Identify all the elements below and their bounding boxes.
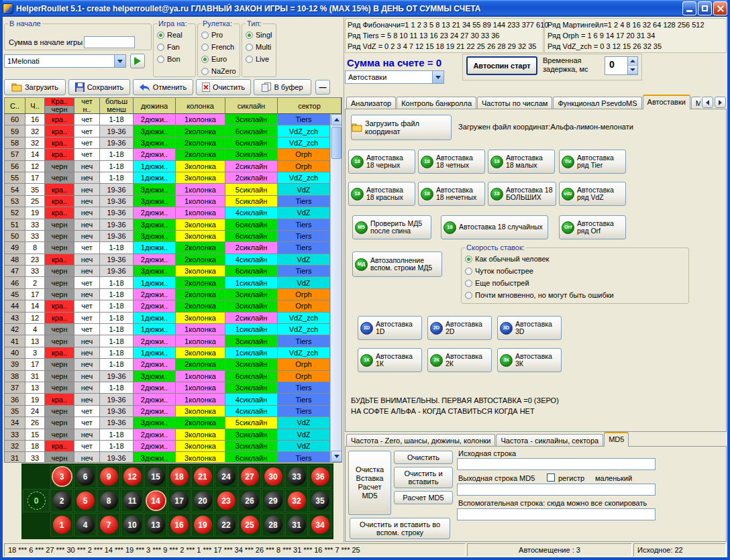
radio-Fan[interactable]: Fan [157,41,192,53]
board-number-7[interactable]: 7 [97,513,120,537]
autospin-start-button[interactable]: Автоспин старт [466,56,537,75]
board-number-15[interactable]: 15 [144,465,167,488]
autobet-3d-button[interactable]: 3D Автоставка 3D [497,316,562,340]
scroll-thumb[interactable] [331,127,342,159]
autobet-2k-button[interactable]: 2К Автоставка 2К [427,348,492,372]
board-number-2[interactable]: 2 [50,489,73,512]
save-button[interactable]: Сохранить [68,79,130,95]
board-number-35[interactable]: 35 [309,489,331,512]
table-row[interactable]: 3133черннеч19-363дюжи..3колонка6сиклайнT… [5,452,330,462]
spinner-down-button[interactable] [628,66,637,74]
tabs-scroll-left-icon[interactable] [702,97,713,108]
table-row[interactable]: 4823кра..неч19-362дюжи..2колонка4сиклайн… [5,254,330,266]
radio-Pro[interactable]: Pro [201,29,236,41]
table-row[interactable]: 5133черннеч19-363дюжи..3колонка6сиклайнT… [5,219,330,231]
table-row[interactable]: 4733черннеч19-363дюжи..3колонка6сиклайнT… [5,266,330,277]
radio-Как обычный человек[interactable]: Как обычный человек [465,253,685,265]
tab-Частоты по числам[interactable]: Частоты по числам [477,97,552,109]
tabs-scroll-right-icon[interactable] [715,97,726,108]
board-number-5[interactable]: 5 [74,489,97,512]
scroll-up-icon[interactable] [331,114,342,125]
board-number-6[interactable]: 6 [74,465,97,488]
board-number-9[interactable]: 9 [97,465,120,488]
undo-button[interactable]: Отменить [133,79,193,95]
radio-French[interactable]: French [201,41,236,53]
table-row[interactable]: 5832кра..чет19-363дюжи..2колонка6сиклайн… [5,137,330,149]
board-number-11[interactable]: 11 [121,489,144,512]
load-coords-button[interactable]: Загрузить файл координат [351,115,452,140]
load-button[interactable]: Загрузить [4,79,66,95]
delay-spinner[interactable]: 0 [605,56,638,75]
autobet-18-high-button[interactable]: 18 Автоставка 18 БОЛЬШИХ [488,182,556,206]
autobet-row-vdz-button[interactable]: vdz Автоставка ряд VdZ [559,182,626,206]
radio-Bon[interactable]: Bon [157,53,192,65]
autobet-18-red-button[interactable]: 18 Автоставка 18 красных [348,182,415,206]
tab-Автоставки[interactable]: Автоставки [643,95,690,109]
board-number-1[interactable]: 1 [50,513,73,537]
radio-Live[interactable]: Live [246,53,272,65]
board-number-29[interactable]: 29 [262,489,284,512]
preset-dropdown-icon[interactable] [114,55,125,67]
table-row[interactable]: 403кра..неч1-181дюжи..3колонка1сиклайнVd… [5,347,330,359]
table-row[interactable]: 3831черннеч19-363дюжи..1колонка6сиклайнO… [5,371,330,382]
board-number-20[interactable]: 20 [191,489,214,512]
title-bar[interactable]: HelperRoullet 5.1- create helperroullet@… [0,0,730,17]
table-row[interactable]: 5612черннеч1-181дюжи..3колонка2сиклайнOr… [5,161,330,172]
table-row[interactable]: 4517черннеч1-182дюжи..2колонка3сиклайнOr… [5,289,330,300]
autofill-md5-button[interactable]: МД Автозаполнение вспом. строки МД5 [352,251,442,277]
autobets-dropdown-icon[interactable] [432,71,444,83]
radio-Euro[interactable]: Euro [201,53,236,65]
board-number-16[interactable]: 16 [168,513,191,537]
scroll-down-icon[interactable] [331,451,342,462]
autobet-1k-button[interactable]: 1К Автоставка 1К [358,348,422,372]
spinner-up-button[interactable] [628,57,637,66]
table-row[interactable]: 6016кра..чет1-182дюжи..1колонка3сиклайнT… [5,114,330,125]
autobet-18-odd-button[interactable]: 18 Автоставка 18 нечетных [418,182,485,206]
table-row[interactable]: 5033черннеч19-363дюжи..3колонка6сиклайнT… [5,231,330,242]
play-button[interactable] [130,54,145,68]
tab-MD5[interactable]: MD5 [691,97,700,109]
table-row[interactable]: 3426чернчет19-363дюжи..2колонка5сиклайнV… [5,417,330,429]
table-row[interactable]: 5325кра..неч19-363дюжи..1колонка5сиклайн… [5,196,330,207]
table-row[interactable]: 5435кра..неч19-363дюжи..1колонка5сиклайн… [5,184,330,195]
radio-Почти мгновенно, но могут быть ошибки[interactable]: Почти мгновенно, но могут быть ошибки [465,289,685,301]
board-number-31[interactable]: 31 [285,513,308,537]
board-number-13[interactable]: 13 [144,513,167,537]
table-row[interactable]: 3619кра..неч19-362дюжи..1колонка4сиклайн… [5,394,330,405]
md5-clear-paste-button[interactable]: Очистить и вставить [394,467,453,488]
autobet-18-random-button[interactable]: 18 Автоставка 18 случайных [441,215,548,239]
table-row[interactable]: 3917черннеч1-182дюжи..2колонка3сиклайнOr… [5,359,330,370]
table-row[interactable]: 3713черннеч1-182дюжи..1колонка3сиклайнTi… [5,382,330,394]
board-number-23[interactable]: 23 [215,489,238,512]
table-row[interactable]: 5517черннеч1-181дюжи..3колонка2сиклайнVd… [5,172,330,184]
radio-Чуток побыстрее[interactable]: Чуток побыстрее [465,265,685,277]
tab-MD5[interactable]: MD5 [604,432,629,447]
md5-calc-button[interactable]: Расчет MD5 [394,491,453,504]
table-row[interactable]: 424чернчет1-181дюжи..1колонка1сиклайнVdZ… [5,324,330,335]
maximize-button[interactable] [698,1,712,15]
board-number-19[interactable]: 19 [191,513,214,537]
md5-big-label-button[interactable]: Очистка Вставка Расчет MD5 [348,451,391,515]
autobet-row-orf-button[interactable]: Orf Автоставка ряд Orf [559,215,626,239]
board-number-17[interactable]: 17 [168,489,191,512]
autobets-combobox[interactable]: Автоставки [345,70,444,84]
table-row[interactable]: 5219кра..неч19-362дюжи..1колонка4сиклайн… [5,207,330,219]
table-scrollbar[interactable] [330,114,342,462]
start-sum-input[interactable] [84,36,135,48]
board-number-28[interactable]: 28 [262,513,284,537]
close-button[interactable] [713,1,727,15]
autobet-18-even-button[interactable]: 18 Автоставка 18 четных [418,150,485,174]
aux-string-input[interactable] [457,508,656,520]
board-number-0[interactable]: 0 [23,489,50,512]
source-string-input[interactable] [457,458,656,470]
to-buffer-button[interactable]: В буфер [254,79,311,95]
table-row[interactable]: 4414кра..чет1-182дюжи..2колонка3сиклайнO… [5,300,330,312]
board-number-24[interactable]: 24 [215,465,238,488]
check-md5-button[interactable]: М5 Проверить МД5 после спина [352,215,431,239]
output-string-input[interactable] [457,484,656,496]
radio-Multi[interactable]: Multi [246,41,272,53]
board-number-36[interactable]: 36 [309,465,331,488]
board-number-18[interactable]: 18 [168,465,191,488]
table-row[interactable]: 4312кра..чет1-181дюжи..3колонка2сиклайнV… [5,313,330,324]
tab-Частота - Zero, шансы, дюжины, колонки[interactable]: Частота - Zero, шансы, дюжины, колонки [346,434,495,447]
